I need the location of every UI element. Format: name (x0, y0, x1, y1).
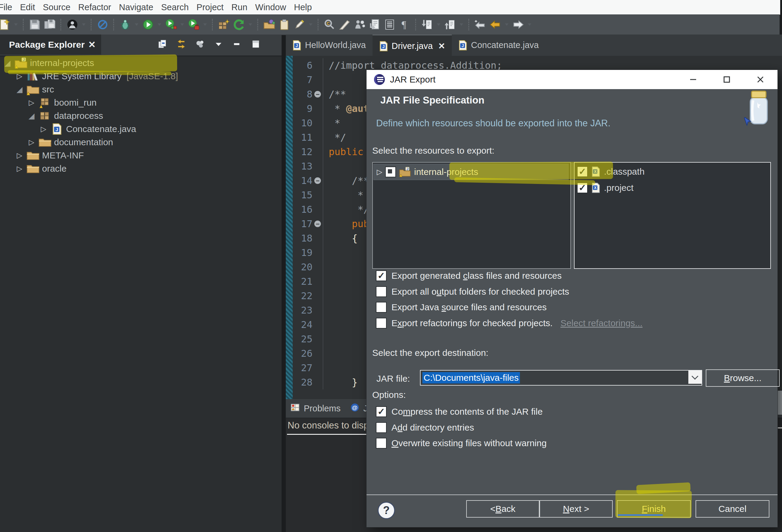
close-button[interactable] (750, 70, 771, 89)
resource-tree[interactable]: ▷ J internal-projects (372, 162, 571, 269)
tree-item-dataprocess[interactable]: ◢dataprocess (27, 109, 103, 122)
user-button[interactable] (65, 17, 79, 32)
file-checkbox[interactable] (577, 166, 588, 177)
resource-checkbox[interactable] (385, 166, 396, 177)
dropdown-caret-icon[interactable] (435, 17, 442, 32)
minimize-button[interactable] (683, 70, 704, 89)
menu-refactor[interactable]: Refactor (78, 2, 111, 12)
next-button[interactable]: Next > (539, 500, 613, 518)
search-type-button[interactable]: C (323, 17, 336, 32)
editor-tab-concatenate-java[interactable]: JConcatenate.java (452, 35, 545, 56)
menu-search[interactable]: Search (161, 2, 189, 12)
combo-dropdown-icon[interactable] (688, 371, 702, 384)
forward-button[interactable] (511, 17, 525, 32)
dropdown-caret-icon[interactable] (247, 17, 254, 32)
export-option-checkbox[interactable] (376, 318, 387, 329)
tree-item-src[interactable]: ◢src (15, 83, 54, 96)
back-button[interactable] (488, 17, 502, 32)
resource-file-list[interactable]: X.classpathX.project (574, 162, 771, 269)
outline-table-button[interactable] (383, 17, 397, 32)
debug-button[interactable] (118, 17, 132, 32)
next-annotation-button[interactable] (420, 17, 434, 32)
file-checkbox[interactable] (577, 183, 588, 193)
cancel-button[interactable]: Cancel (696, 500, 770, 518)
run-button[interactable] (141, 17, 155, 32)
format-wedge-button[interactable] (338, 17, 352, 32)
maximize-button[interactable] (716, 70, 737, 89)
profile-tool-button[interactable] (353, 17, 366, 32)
jar-file-value[interactable]: C:\Documents\java-files (422, 372, 520, 383)
new-wizard-button[interactable] (0, 17, 11, 32)
menu-source[interactable]: Source (43, 2, 71, 12)
save-button[interactable] (28, 17, 42, 32)
browse-button[interactable]: Browse... (706, 369, 780, 387)
tree-item-internal-projects[interactable]: ◢Jinternal-projects (3, 56, 94, 70)
save-all-button[interactable] (43, 17, 57, 32)
menu-project[interactable]: Project (197, 2, 224, 12)
fold-marker-icon[interactable]: − (313, 221, 323, 227)
export-option-checkbox[interactable] (376, 286, 387, 297)
menu-run[interactable]: Run (232, 2, 247, 12)
dropdown-caret-icon[interactable] (308, 17, 314, 32)
pen-button[interactable] (292, 17, 306, 32)
dropdown-caret-icon[interactable] (156, 17, 163, 32)
collapse-all-button[interactable] (155, 36, 171, 52)
dropdown-caret-icon[interactable] (526, 17, 533, 32)
dropdown-caret-icon[interactable] (133, 17, 140, 32)
tree-item-boomi-run[interactable]: ▷boomi_run (27, 96, 97, 109)
menu-help[interactable]: Help (294, 2, 312, 12)
pilcrow-button[interactable]: ¶ (398, 17, 412, 32)
dropdown-caret-icon[interactable] (12, 17, 19, 32)
file-item-classpath[interactable]: X.classpath (577, 164, 770, 179)
expand-icon[interactable]: ▷ (15, 164, 24, 173)
dropdown-caret-icon[interactable] (503, 17, 510, 32)
expand-icon[interactable]: ▷ (27, 138, 36, 146)
menu-file[interactable]: File (0, 2, 12, 12)
expand-icon[interactable]: ▷ (15, 151, 24, 160)
fold-marker-icon[interactable]: − (313, 91, 323, 98)
clipboard-button[interactable] (277, 17, 291, 32)
expand-icon[interactable]: ◢ (15, 85, 24, 94)
dropdown-caret-icon[interactable] (179, 17, 185, 32)
coverage-button[interactable] (232, 17, 246, 32)
collapse-circle-icon[interactable]: − (314, 91, 321, 98)
dropdown-caret-icon[interactable] (80, 17, 87, 32)
back-button[interactable]: < Back (466, 500, 539, 518)
dialog-title-bar[interactable]: JAR Export (366, 70, 778, 89)
resource-tree-row-internal-projects[interactable]: ▷ J internal-projects (374, 164, 569, 180)
tree-item-oracle[interactable]: ▷oracle (15, 162, 67, 175)
editor-scrollbar-thumb[interactable] (778, 391, 782, 415)
menu-edit[interactable]: Edit (20, 2, 35, 12)
collapse-circle-icon[interactable]: − (314, 177, 321, 184)
expand-icon[interactable]: ▷ (39, 125, 48, 133)
tree-item-documentation[interactable]: ▷documentation (27, 136, 113, 149)
tree-item-concatenate-java[interactable]: ▷JConcatenate.java (39, 122, 136, 136)
open-artifact-button[interactable] (262, 17, 276, 32)
link-editor-button[interactable] (174, 36, 189, 52)
option-checkbox[interactable] (376, 406, 387, 417)
view-tab-problems[interactable]: Problems (290, 403, 341, 415)
close-tab-icon[interactable]: ✕ (438, 41, 445, 51)
close-view-icon[interactable]: ✕ (88, 39, 96, 50)
export-option-checkbox[interactable] (376, 302, 387, 313)
fold-marker-icon[interactable]: − (313, 177, 323, 184)
collapse-circle-icon[interactable]: − (314, 221, 321, 227)
new-java-project-button[interactable] (217, 17, 231, 32)
maximize-view-button[interactable] (248, 36, 263, 52)
focus-button[interactable] (192, 36, 208, 52)
help-button[interactable]: ? (378, 502, 395, 519)
open-page-button[interactable] (368, 17, 382, 32)
tree-item-jre-system-library[interactable]: ▷JRE System Library [JavaSE-1.8] (15, 70, 178, 83)
skip-breakpoints-button[interactable] (96, 17, 110, 32)
prev-annotation-button[interactable] (443, 17, 457, 32)
expand-icon[interactable]: ▷ (15, 72, 24, 80)
editor-tab-driver-java[interactable]: JDriver.java✕ (372, 35, 452, 57)
option-checkbox[interactable] (376, 422, 387, 433)
expand-icon[interactable]: ▷ (27, 99, 36, 107)
run-profile-button[interactable] (187, 17, 201, 32)
expand-icon[interactable]: ◢ (27, 111, 36, 121)
select-refactorings-link[interactable]: Select refactorings... (561, 318, 642, 328)
last-edit-button[interactable] (473, 17, 487, 32)
menu-window[interactable]: Window (255, 2, 286, 12)
tree-item-meta-inf[interactable]: ▷META-INF (15, 149, 84, 162)
